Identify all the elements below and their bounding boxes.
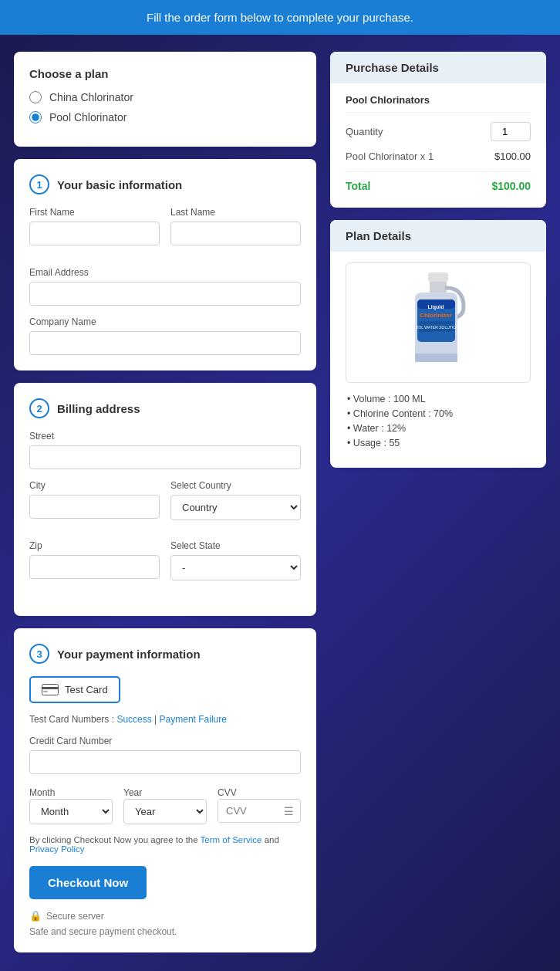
payment-title: Your payment information <box>57 648 201 661</box>
feature-water: Water : 12% <box>346 423 531 434</box>
choose-plan-card: Choose a plan China Chlorinator Pool Chl… <box>14 52 316 147</box>
payment-info-card: 3 Your payment information Test Card Tes… <box>14 628 316 952</box>
product-image: Liquid Chlorinizer POOL WATER SOLUTION <box>403 272 473 373</box>
street-label: Street <box>29 431 301 442</box>
svg-text:Liquid: Liquid <box>428 304 444 310</box>
quantity-input[interactable] <box>491 122 531 141</box>
item-label: Pool Chlorinator x 1 <box>346 151 433 162</box>
radio-china-input[interactable] <box>29 91 42 103</box>
plan-image-box: Liquid Chlorinizer POOL WATER SOLUTION <box>346 262 531 383</box>
city-input[interactable] <box>29 495 160 519</box>
billing-title: Billing address <box>57 402 140 415</box>
svg-rect-2 <box>43 691 48 692</box>
svg-rect-1 <box>42 687 59 689</box>
month-select[interactable]: Month 01 02 03 04 05 06 07 08 09 10 11 1… <box>29 799 113 824</box>
first-name-input[interactable] <box>29 222 160 245</box>
credit-card-input[interactable] <box>29 750 301 774</box>
item-amount: $100.00 <box>494 151 531 162</box>
total-amount: $100.00 <box>491 180 531 192</box>
city-label: City <box>29 480 160 491</box>
radio-china[interactable]: China Chlorinator <box>29 91 301 103</box>
basic-info-header: 1 Your basic information <box>29 174 301 195</box>
billing-address-header: 2 Billing address <box>29 398 301 418</box>
select-state-label: Select State <box>170 540 301 551</box>
billing-step: 2 <box>29 398 49 418</box>
email-input[interactable] <box>29 282 301 306</box>
year-group: Year Year 2024 2025 2026 2027 2028 <box>123 785 207 824</box>
country-select[interactable]: Country <box>170 495 301 520</box>
select-country-label: Select Country <box>170 480 301 491</box>
feature-chlorine: Chlorine Content : 70% <box>346 408 531 419</box>
state-select[interactable]: - <box>170 555 301 580</box>
success-link[interactable]: Success <box>116 714 151 725</box>
company-input[interactable] <box>29 331 301 355</box>
test-card-numbers: Test Card Numbers : Success | Payment Fa… <box>29 714 301 725</box>
billing-address-card: 2 Billing address Street City Select Cou… <box>14 383 316 616</box>
email-label: Email Address <box>29 267 301 278</box>
month-label: Month <box>29 787 55 798</box>
cvv-group: CVV ☰ <box>218 785 301 824</box>
street-input[interactable] <box>29 445 301 469</box>
zip-label: Zip <box>29 540 160 551</box>
radio-china-label: China Chlorinator <box>49 91 133 103</box>
svg-rect-0 <box>42 685 59 695</box>
purchase-details-card: Purchase Details Pool Chlorinators Quant… <box>330 52 546 208</box>
secure-row: 🔒 Secure server <box>29 910 301 922</box>
purchase-details-header: Purchase Details <box>330 52 546 83</box>
year-label: Year <box>123 787 142 798</box>
total-row: Total $100.00 <box>346 171 531 192</box>
lock-icon: 🔒 <box>29 910 42 922</box>
basic-info-card: 1 Your basic information First Name Last… <box>14 159 316 370</box>
cvv-input[interactable] <box>218 800 278 822</box>
feature-usage: Usage : 55 <box>346 438 531 448</box>
radio-pool-input[interactable] <box>29 111 42 123</box>
svg-rect-3 <box>428 272 448 282</box>
secure-desc: Safe and secure payment checkout. <box>29 926 301 937</box>
top-bar-message: Fill the order form below to complete yo… <box>147 11 413 24</box>
plan-details-card: Plan Details Liquid <box>330 220 546 468</box>
purchase-details-title: Purchase Details <box>346 61 531 74</box>
cvv-label: CVV <box>218 787 237 798</box>
month-group: Month Month 01 02 03 04 05 06 07 08 09 1… <box>29 785 113 824</box>
privacy-link[interactable]: Privacy Policy <box>29 844 85 854</box>
total-label: Total <box>346 180 370 192</box>
cvv-icon: ☰ <box>278 805 300 817</box>
svg-rect-12 <box>415 354 457 362</box>
tos-link[interactable]: Term of Service <box>201 835 262 844</box>
cvv-input-wrap: ☰ <box>218 799 301 823</box>
choose-plan-title: Choose a plan <box>29 67 301 80</box>
secure-label: Secure server <box>46 911 104 922</box>
test-card-label: Test Card <box>65 684 108 695</box>
plan-details-header: Plan Details <box>330 220 546 252</box>
plan-features: Volume : 100 ML Chlorine Content : 70% W… <box>346 394 531 448</box>
basic-info-title: Your basic information <box>57 178 182 191</box>
zip-input[interactable] <box>29 555 160 579</box>
last-name-input[interactable] <box>170 222 301 245</box>
radio-pool-label: Pool Chlorinator <box>49 111 127 123</box>
company-label: Company Name <box>29 316 301 327</box>
payment-failure-link[interactable]: Payment Failure <box>160 714 227 725</box>
basic-info-step: 1 <box>29 174 49 195</box>
checkout-button[interactable]: Checkout Now <box>29 866 147 899</box>
credit-card-label: Credit Card Number <box>29 736 301 746</box>
payment-step: 3 <box>29 644 49 664</box>
year-select[interactable]: Year 2024 2025 2026 2027 2028 <box>123 799 207 824</box>
feature-volume: Volume : 100 ML <box>346 394 531 404</box>
radio-pool[interactable]: Pool Chlorinator <box>29 111 301 123</box>
quantity-row: Quantity <box>346 122 531 141</box>
top-bar: Fill the order form below to complete yo… <box>0 0 560 35</box>
first-name-label: First Name <box>29 207 160 218</box>
credit-card-icon <box>42 684 59 695</box>
plan-details-title: Plan Details <box>346 229 531 242</box>
item-row: Pool Chlorinator x 1 $100.00 <box>346 151 531 162</box>
purchase-section-title: Pool Chlorinators <box>346 94 531 113</box>
terms-text: By clicking Checkout Now you agree to th… <box>29 835 301 854</box>
svg-text:POOL WATER SOLUTION: POOL WATER SOLUTION <box>413 325 459 330</box>
test-card-button[interactable]: Test Card <box>29 676 120 703</box>
last-name-label: Last Name <box>170 207 301 218</box>
quantity-label: Quantity <box>346 126 383 137</box>
svg-text:Chlorinizer: Chlorinizer <box>420 312 452 319</box>
svg-rect-4 <box>430 282 447 293</box>
payment-info-header: 3 Your payment information <box>29 644 301 664</box>
